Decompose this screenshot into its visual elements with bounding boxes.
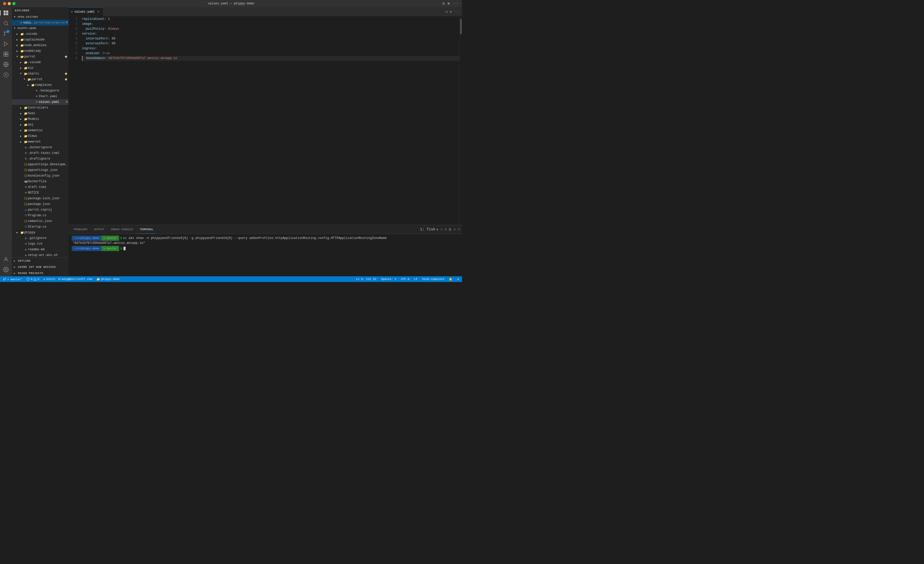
section-azure-iot[interactable]: ▶ AZURE IOT HUB DEVICES — [12, 264, 69, 270]
activity-kubernetes[interactable] — [1, 70, 10, 80]
section-maven[interactable]: ▶ MAVEN PROJECTS — [12, 270, 69, 276]
activity-settings[interactable] — [1, 265, 10, 274]
section-outline[interactable]: ▶ OUTLINE — [12, 258, 69, 264]
file-bundleconfig[interactable]: {} bundleconfig.json — [12, 173, 69, 178]
folder-semantic[interactable]: ▶ 📁 semantic — [12, 128, 69, 133]
error-icon — [27, 278, 30, 281]
file-package-lock[interactable]: {} package-lock.json — [12, 196, 69, 201]
file-chart-yaml[interactable]: ≡ Chart.yaml — [12, 94, 69, 99]
folder-parrot-bin[interactable]: ▶ 📁 bin — [12, 65, 69, 71]
status-branch[interactable]: ✦ master* — [2, 276, 24, 282]
status-errors[interactable]: 0 0 — [26, 276, 40, 282]
svg-point-0 — [4, 21, 8, 25]
folder-vscode-root[interactable]: ▶ 📁 .vscode — [12, 31, 69, 37]
folder-icon: 📁 — [20, 33, 24, 36]
file-appsettings-dev[interactable]: {} appsettings.Development.json — [12, 162, 69, 167]
tab-problems[interactable]: PROBLEMS — [70, 225, 90, 234]
file-helmignore[interactable]: ≡ .helmignore — [12, 88, 69, 94]
status-remote[interactable]: ⊘ — [456, 276, 460, 282]
folder-hubs-label: Hubs — [28, 112, 69, 115]
open-editor-badge: M — [66, 21, 68, 24]
models-arrow: ▶ — [20, 118, 24, 121]
file-notice[interactable]: ≡ NOTICE — [12, 190, 69, 196]
folder-charts-parrot[interactable]: ▼ 📂 parrot — [12, 76, 69, 82]
file-logs-txt[interactable]: ≡ logs.txt — [12, 241, 69, 247]
minimize-button[interactable] — [8, 2, 11, 5]
tab-debug-console[interactable]: DEBUG CONSOLE — [108, 225, 136, 234]
file-package-json[interactable]: {} package.json — [12, 201, 69, 207]
folder-obj[interactable]: ▶ 📁 obj — [12, 122, 69, 128]
status-language[interactable]: helm-template — [421, 276, 446, 282]
terminal-close-icon[interactable]: × — [458, 227, 460, 231]
split-terminal-icon[interactable]: ⊟ — [445, 228, 447, 231]
folder-charts[interactable]: ▼ 📂 charts — [12, 71, 69, 76]
file-semantic-json[interactable]: {} semantic.json — [12, 218, 69, 224]
terminal-shell-selector[interactable]: 1: fish ▾ — [420, 227, 438, 232]
close-button[interactable] — [3, 2, 6, 5]
file-program-cs[interactable]: © Program.cs — [12, 213, 69, 218]
folder-phippy[interactable]: ▶ 📁 phippy — [12, 230, 69, 236]
terminal-maximize-icon[interactable]: ∧ — [454, 228, 456, 231]
terminal-content[interactable]: ~/s/phippy-demo ✦ master ❯ az aks show -… — [69, 234, 462, 276]
status-azure[interactable]: ⊘ Azure: bradyg@microsoft.com — [42, 276, 93, 282]
folder-views[interactable]: ▶ 📁 Views — [12, 133, 69, 139]
broadcast-icon[interactable]: ⊡ — [442, 2, 445, 6]
activity-debug[interactable] — [1, 39, 10, 48]
folder-controllers[interactable]: ▶ 📁 Controllers — [12, 105, 69, 111]
editor-scrollbar[interactable] — [459, 16, 462, 225]
file-values-yaml[interactable]: ≡ values.yaml M — [12, 99, 69, 105]
status-encoding[interactable]: UTF-8 — [400, 276, 410, 282]
file-draft-tasks[interactable]: ≡ .draft-tasks.toml — [12, 150, 69, 156]
folder-models[interactable]: ▶ 📁 Models — [12, 116, 69, 122]
file-appsettings[interactable]: {} appsettings.json — [12, 167, 69, 173]
maximize-button[interactable] — [12, 2, 15, 5]
split-editor-icon[interactable]: ⊡ — [446, 10, 448, 14]
tab-terminal[interactable]: TERMINAL — [136, 225, 156, 234]
folder-captainkube[interactable]: ▶ 📁 captainkube — [12, 37, 69, 42]
activity-source-control[interactable]: 1 — [1, 29, 10, 38]
editor-layout-icon[interactable]: ⊞ — [450, 10, 452, 14]
tab-close-button[interactable]: × — [96, 10, 100, 14]
phippy-demo-arrow: ▼ — [14, 27, 18, 30]
tab-output[interactable]: OUTPUT — [91, 225, 108, 234]
folder-nodebrady[interactable]: ▶ 📁 nodebrady — [12, 48, 69, 54]
file-dockerfile[interactable]: 🐳 Dockerfile — [12, 178, 69, 184]
file-gitignore[interactable]: ⊙ .gitignore — [12, 236, 69, 241]
folder-parrot-vscode[interactable]: ▶ 📁 .vscode — [12, 60, 69, 65]
folder-templates[interactable]: ▶ 📁 templates — [12, 82, 69, 88]
folder-parrot[interactable]: ▼ 📂 parrot — [12, 54, 69, 60]
kill-terminal-icon[interactable]: 🗑 — [448, 228, 452, 231]
file-draft-toml[interactable]: ≡ draft.toml — [12, 184, 69, 190]
activity-explorer[interactable] — [1, 8, 10, 18]
status-project[interactable]: 📁 phippy-demo — [95, 276, 121, 282]
layout-icon[interactable]: ⊞ — [448, 2, 450, 6]
section-phippy-demo[interactable]: ▼ PHIPPY-DEMO — [12, 26, 69, 31]
activity-account[interactable] — [1, 255, 10, 264]
new-terminal-icon[interactable]: + — [441, 227, 442, 231]
status-position[interactable]: Ln 9, Col 52 — [355, 276, 377, 282]
status-spaces[interactable]: Spaces: 2 — [380, 276, 397, 282]
activity-remote[interactable] — [1, 60, 10, 69]
more-actions-icon[interactable]: ··· — [453, 2, 459, 6]
file-draftignore[interactable]: ≡ .draftignore — [12, 156, 69, 162]
startup-cs-label: Startup.cs — [28, 225, 69, 229]
folder-wwwroot[interactable]: ▶ 📁 wwwroot — [12, 139, 69, 145]
folder-node-modules[interactable]: ▶ 📁 node_modules — [12, 42, 69, 48]
code-editor[interactable]: 1 2 3 4 5 6 7 8 9 replicaCount: 1 image: — [69, 16, 462, 225]
activity-extensions[interactable] — [1, 50, 10, 59]
more-editor-actions-icon[interactable]: ··· — [454, 10, 460, 14]
open-editor-values-yaml[interactable]: ≡ values.yaml parrot/charts/parrot M — [12, 20, 69, 26]
section-open-editors[interactable]: ▼ OPEN EDITORS — [12, 14, 69, 20]
file-readme[interactable]: ⊙ readme.md — [12, 247, 69, 252]
status-warning-count: 0 — [38, 278, 39, 281]
file-dockerignore[interactable]: ⊙ .dockerignore — [12, 145, 69, 150]
file-setup-sh[interactable]: ⊙ setup-acr-aks.sh — [12, 252, 69, 258]
folder-hubs[interactable]: ▶ 📁 Hubs — [12, 111, 69, 116]
status-notifications[interactable]: 🔔 — [448, 276, 453, 282]
tab-values-yaml[interactable]: ≡ values.yaml × — [69, 7, 103, 16]
status-eol[interactable]: LF — [413, 276, 418, 282]
sidebar-title: EXPLORER — [12, 7, 69, 14]
file-startup-cs[interactable]: © Startup.cs — [12, 224, 69, 230]
activity-search[interactable] — [1, 18, 10, 28]
file-parrot-csproj[interactable]: ⊙ parrot.csproj — [12, 207, 69, 213]
